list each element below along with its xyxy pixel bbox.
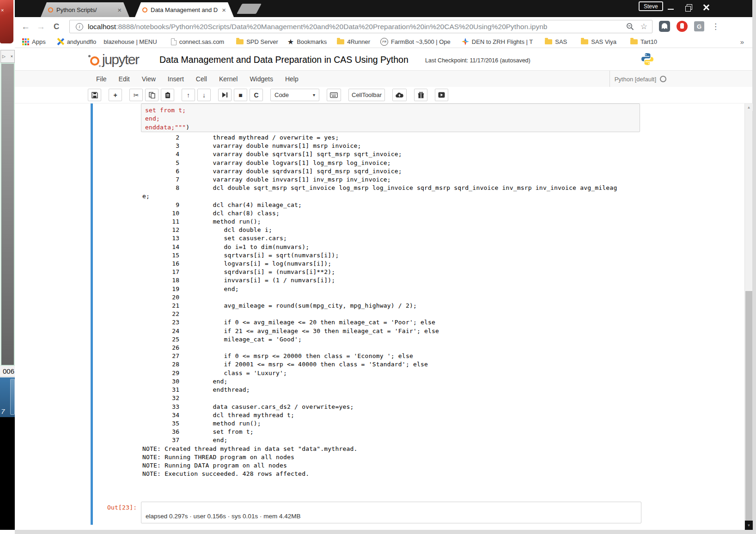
bookmark-label: SAS Viya: [591, 38, 616, 45]
result-output-box: elapsed 0.297s · user 0.156s · sys 0.01s…: [141, 502, 641, 523]
bookmark-tart10[interactable]: Tart10: [630, 38, 657, 45]
cell-output-log: 2 thread mythread / overwrite = yes; 3 v…: [142, 134, 617, 478]
close-icon[interactable]: [702, 4, 710, 11]
bookmark-label: FarmBot ~3,500 | Ope: [391, 38, 451, 45]
paste-cell-button[interactable]: [161, 89, 174, 101]
info-icon[interactable]: i: [76, 23, 83, 30]
menu-item[interactable]: File: [90, 75, 113, 83]
move-cell-down-button[interactable]: ↓: [197, 89, 211, 101]
bookmark-4runner[interactable]: 4Runner: [337, 38, 370, 45]
folder-icon: [581, 39, 588, 44]
cloud-upload-button[interactable]: [392, 89, 407, 101]
tab-title: Data Management and D: [151, 6, 218, 13]
selected-cell-bar: [91, 103, 93, 525]
play-icon: [438, 92, 445, 98]
tab-data-management[interactable]: Data Management and D ×: [135, 2, 234, 17]
menu-item[interactable]: Edit: [113, 75, 136, 83]
g-extension-icon[interactable]: G: [694, 21, 704, 31]
cloud-upload-icon: [396, 92, 403, 98]
tab-close-icon[interactable]: ×: [221, 6, 226, 13]
apps-button[interactable]: Apps: [22, 38, 46, 45]
menu-item[interactable]: View: [136, 75, 162, 83]
bookmark-farmbot[interactable]: FB FarmBot ~3,500 | Ope: [380, 38, 451, 46]
play-demo-button[interactable]: [435, 89, 448, 101]
menu-item[interactable]: Widgets: [244, 75, 279, 83]
tab-python-scripts[interactable]: Python Scripts/ ×: [41, 2, 129, 17]
forward-icon[interactable]: →: [37, 22, 45, 31]
cut-cell-button[interactable]: ✂: [129, 89, 143, 101]
page-icon: [171, 38, 177, 45]
jupyter-logo[interactable]: jupyter: [90, 52, 139, 67]
interrupt-kernel-button[interactable]: ■: [234, 89, 247, 101]
restart-kernel-button[interactable]: C: [250, 89, 263, 101]
bookmark-blazehouse[interactable]: blazehouse | MENU: [104, 38, 157, 45]
bookmarks-bar: Apps andyundflo blazehouse | MENU connec…: [15, 36, 752, 48]
background-black-panel: [0, 417, 15, 530]
bookmark-label: SPD Server: [246, 38, 278, 45]
folder-icon: [236, 39, 244, 44]
background-app-controls: ▷ ×: [0, 50, 15, 63]
save-button[interactable]: [88, 89, 101, 101]
celltoolbar-button[interactable]: CellToolbar: [348, 89, 385, 101]
bookmark-sas[interactable]: SAS: [545, 38, 567, 45]
bookmark-andyundflo[interactable]: andyundflo: [57, 38, 97, 45]
folder-icon: [630, 39, 638, 44]
notebook-title[interactable]: Data Management and Data Preparation in …: [159, 55, 408, 65]
menu-item[interactable]: Help: [279, 75, 305, 83]
bookmark-star-icon[interactable]: ☆: [640, 22, 647, 31]
menu-item[interactable]: Insert: [162, 75, 190, 83]
move-cell-up-button[interactable]: ↑: [182, 89, 195, 101]
back-icon[interactable]: ←: [21, 22, 30, 31]
bookmark-label: DEN to ZRH Flights | T: [472, 38, 533, 45]
tab-title: Python Scripts/: [56, 6, 114, 13]
chevron-down-icon: ▾: [313, 92, 315, 97]
url-host: localhost: [88, 23, 116, 30]
page-scrollbar[interactable]: ▲ ▼: [744, 103, 752, 530]
play-icon[interactable]: ▷: [2, 54, 6, 59]
reload-icon[interactable]: C: [54, 23, 59, 30]
python-logo-icon: [640, 52, 654, 68]
cell-type-select[interactable]: Code ▾: [270, 89, 319, 101]
tab-close-icon[interactable]: ×: [117, 6, 122, 13]
cell-type-value: Code: [274, 91, 289, 98]
profile-button[interactable]: Steve: [639, 1, 663, 11]
ghostery-extension-icon[interactable]: [659, 21, 670, 32]
new-tab-button[interactable]: [237, 4, 262, 14]
background-row-label: 006: [0, 366, 15, 377]
x-logo-icon: [57, 38, 64, 45]
restore-icon[interactable]: [685, 4, 692, 11]
url-field[interactable]: i localhost:8888/notebooks/Python%20Scri…: [69, 20, 652, 33]
command-palette-button[interactable]: [327, 89, 341, 101]
close-icon[interactable]: ×: [11, 54, 13, 59]
code-cell-input[interactable]: set from t; end; enddata;"""): [141, 103, 640, 132]
scroll-down-icon[interactable]: ▼: [745, 521, 753, 530]
bookmark-spd-server[interactable]: SPD Server: [236, 38, 278, 45]
bookmarks-overflow-icon[interactable]: »: [740, 38, 744, 46]
bookmark-den-zrh[interactable]: DEN to ZRH Flights | T: [462, 38, 533, 45]
copy-cell-button[interactable]: [145, 89, 159, 101]
jupyter-wordmark: jupyter: [102, 52, 139, 67]
menu-item[interactable]: Kernel: [213, 75, 244, 83]
browser-menu-icon[interactable]: ⋮: [712, 22, 719, 31]
run-cell-button[interactable]: [218, 89, 232, 101]
keyboard-icon: [330, 92, 338, 98]
scrollbar-thumb[interactable]: [745, 291, 752, 521]
adblock-extension-icon[interactable]: [677, 21, 688, 32]
bookmark-sas-viya[interactable]: SAS Viya: [581, 38, 616, 45]
gift-button[interactable]: [414, 89, 427, 101]
menu-item[interactable]: Cell: [190, 75, 213, 83]
zoom-out-icon[interactable]: [626, 23, 634, 30]
bookmark-bookmarks-folder[interactable]: ★ Bookmarks: [287, 37, 327, 46]
add-cell-button[interactable]: +: [109, 89, 122, 101]
folder-icon: [545, 39, 552, 44]
scroll-up-icon[interactable]: ▲: [745, 103, 753, 111]
jupyter-menubar: FileEditViewInsertCellKernelWidgetsHelp …: [15, 70, 752, 87]
jupyter-toolbar: + ✂ ↑ ↓ ■ C: [15, 87, 752, 103]
bookmark-connect-sas[interactable]: connect.sas.com: [171, 38, 225, 45]
minimize-icon[interactable]: [667, 4, 675, 11]
window-controls: [667, 3, 710, 12]
kernel-indicator: Python [default]: [610, 71, 666, 87]
background-cell: [10, 379, 15, 415]
tab-strip: Python Scripts/ × Data Management and D …: [15, 0, 752, 17]
url-text: localhost:8888/notebooks/Python%20Script…: [88, 23, 547, 31]
